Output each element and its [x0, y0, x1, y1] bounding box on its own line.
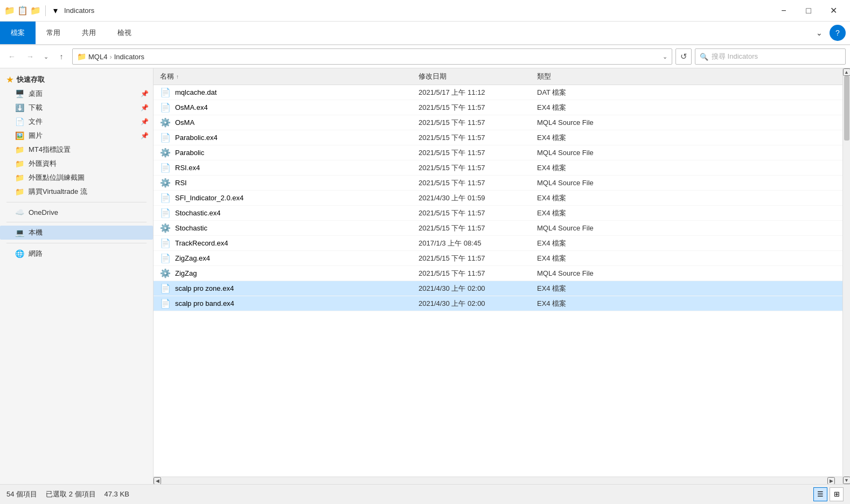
sidebar-item-documents[interactable]: 📄 文件 📌 [0, 115, 153, 129]
maximize-button[interactable]: □ [796, 0, 821, 22]
desktop-pin-icon: 📌 [141, 90, 149, 97]
dropdown-icon[interactable]: ▾ [50, 5, 61, 16]
file-icon-mql: ⚙️ [160, 268, 171, 278]
table-row[interactable]: 📄 OsMA.ex4 2021/5/15 下午 11:57 EX4 檔案 [154, 100, 842, 115]
sidebar-item-mt4[interactable]: 📁 MT4指標設置 [0, 143, 153, 157]
file-date-cell: 2021/5/15 下午 11:57 [419, 254, 537, 263]
sidebar-item-desktop[interactable]: 🖥️ 桌面 📌 [0, 87, 153, 101]
main-area: ★ 快速存取 🖥️ 桌面 📌 ⬇️ 下載 📌 📄 文件 📌 🖼️ 圖片 [0, 68, 850, 484]
sidebar-item-forex-data[interactable]: 📁 外匯資料 [0, 157, 153, 171]
status-right: ☰ ⊞ [813, 487, 844, 501]
documents-pin-icon: 📌 [141, 118, 149, 125]
sidebar-item-forex-screenshots[interactable]: 📁 外匯點位訓練截圖 [0, 171, 153, 185]
address-bar[interactable]: 📁 MQL4 › Indicators ⌄ [72, 48, 672, 65]
table-row[interactable]: 📄 scalp pro zone.ex4 2021/4/30 上午 02:00 … [154, 281, 842, 296]
table-row[interactable]: 📄 Stochastic.ex4 2021/5/15 下午 11:57 EX4 … [154, 206, 842, 221]
file-type-cell: DAT 檔案 [537, 88, 836, 97]
search-bar[interactable]: 🔍 搜尋 Indicators [695, 48, 846, 65]
file-type-cell: EX4 檔案 [537, 208, 836, 218]
tab-view[interactable]: 檢視 [107, 22, 142, 44]
sidebar-section-onedrive: ☁️ OneDrive [0, 206, 153, 219]
file-area: 名稱 ↑ 修改日期 類型 📄 mqlcache.dat 2021/5/1 [154, 68, 842, 484]
sidebar-item-onedrive[interactable]: ☁️ OneDrive [0, 206, 153, 219]
ribbon-chevron[interactable]: ⌄ [811, 25, 827, 41]
sidebar-divider-1 [6, 202, 147, 202]
file-name-cell: 📄 ZigZag.ex4 [160, 253, 419, 263]
scroll-left-button[interactable]: ◀ [154, 477, 161, 484]
col-header-name[interactable]: 名稱 ↑ [160, 72, 419, 81]
network-label: 網路 [29, 249, 149, 258]
sidebar-item-thispc[interactable]: 💻 本機 [0, 226, 153, 240]
close-button[interactable]: ✕ [821, 0, 846, 22]
scroll-down-button[interactable]: ▼ [843, 477, 851, 484]
file-icon-mql: ⚙️ [160, 178, 171, 188]
path-mql4[interactable]: MQL4 [88, 53, 107, 61]
table-row[interactable]: 📄 ZigZag.ex4 2021/5/15 下午 11:57 EX4 檔案 [154, 251, 842, 266]
scroll-right-button[interactable]: ▶ [827, 477, 835, 484]
up-button[interactable]: ↑ [54, 49, 69, 64]
table-row[interactable]: 📄 TrackRecord.ex4 2017/1/3 上午 08:45 EX4 … [154, 236, 842, 251]
folder-icon-2: 📋 [17, 5, 28, 16]
documents-label: 文件 [29, 117, 141, 127]
forex-screenshots-label: 外匯點位訓練截圖 [29, 173, 149, 183]
table-row[interactable]: 📄 Parabolic.ex4 2021/5/15 下午 11:57 EX4 檔… [154, 130, 842, 145]
col-header-type[interactable]: 類型 [537, 72, 836, 81]
col-header-date[interactable]: 修改日期 [419, 72, 537, 81]
file-name: Stochastic.ex4 [175, 209, 221, 217]
scroll-thumb[interactable] [844, 76, 849, 141]
folder-icon-3: 📁 [30, 5, 41, 16]
ribbon-help[interactable]: ? [830, 25, 846, 41]
table-row[interactable]: ⚙️ OsMA 2021/5/15 下午 11:57 MQL4 Source F… [154, 115, 842, 130]
file-type-cell: MQL4 Source File [537, 269, 836, 277]
table-row[interactable]: 📄 mqlcache.dat 2021/5/17 上午 11:12 DAT 檔案 [154, 85, 842, 100]
view-large-icons-button[interactable]: ⊞ [830, 487, 844, 501]
tab-share[interactable]: 共用 [71, 22, 107, 44]
col-sort-icon: ↑ [176, 74, 179, 80]
sidebar-item-network[interactable]: 🌐 網路 [0, 247, 153, 261]
sidebar-item-pictures[interactable]: 🖼️ 圖片 📌 [0, 129, 153, 143]
buy-vt-icon: 📁 [15, 187, 24, 196]
table-row[interactable]: ⚙️ Stochastic 2021/5/15 下午 11:57 MQL4 So… [154, 221, 842, 236]
scroll-track[interactable] [843, 76, 850, 477]
file-list-header: 名稱 ↑ 修改日期 類型 [154, 68, 842, 85]
table-row[interactable]: 📄 scalp pro band.ex4 2021/4/30 上午 02:00 … [154, 296, 842, 311]
sidebar-header-quick-access[interactable]: ★ 快速存取 [0, 73, 153, 87]
sidebar-item-buy-vt[interactable]: 📁 購買Virtualtrade 流 [0, 185, 153, 199]
table-row[interactable]: ⚙️ RSI 2021/5/15 下午 11:57 MQL4 Source Fi… [154, 176, 842, 191]
table-row[interactable]: 📄 RSI.ex4 2021/5/15 下午 11:57 EX4 檔案 [154, 160, 842, 176]
tab-file[interactable]: 檔案 [0, 22, 36, 44]
view-details-button[interactable]: ☰ [813, 487, 827, 501]
onedrive-icon: ☁️ [15, 208, 24, 216]
address-dropdown-icon[interactable]: ⌄ [663, 53, 667, 60]
sidebar-section-quick-access: ★ 快速存取 🖥️ 桌面 📌 ⬇️ 下載 📌 📄 文件 📌 🖼️ 圖片 [0, 73, 153, 199]
horizontal-scrollbar[interactable]: ◀ ▶ [154, 477, 842, 484]
search-icon: 🔍 [700, 53, 708, 61]
nav-dropdown-button[interactable]: ⌄ [41, 49, 51, 64]
back-button[interactable]: ← [4, 49, 19, 64]
ribbon-right: ⌄ ? [811, 22, 850, 44]
scroll-track[interactable] [161, 477, 827, 484]
folder-icon-1: 📁 [4, 5, 15, 16]
file-date-cell: 2021/5/17 上午 11:12 [419, 88, 537, 97]
forward-button[interactable]: → [23, 49, 38, 64]
minimize-button[interactable]: − [771, 0, 796, 22]
ribbon: 檔案 常用 共用 檢視 ⌄ ? [0, 22, 850, 45]
path-indicators[interactable]: Indicators [114, 53, 144, 61]
file-name-cell: 📄 Parabolic.ex4 [160, 132, 419, 143]
sidebar-item-downloads[interactable]: ⬇️ 下載 📌 [0, 101, 153, 115]
vertical-scrollbar[interactable]: ▲ ▼ [842, 68, 850, 484]
title-bar: 📁 📋 📁 ▾ Indicators − □ ✕ [0, 0, 850, 22]
file-icon-doc: 📄 [160, 87, 171, 97]
refresh-button[interactable]: ↺ [675, 48, 692, 65]
sidebar: ★ 快速存取 🖥️ 桌面 📌 ⬇️ 下載 📌 📄 文件 📌 🖼️ 圖片 [0, 68, 154, 484]
desktop-label: 桌面 [29, 89, 141, 99]
pictures-label: 圖片 [29, 131, 141, 141]
scroll-up-button[interactable]: ▲ [843, 68, 851, 76]
quick-access-star-icon: ★ [6, 75, 13, 84]
tab-home[interactable]: 常用 [36, 22, 71, 44]
file-type-cell: EX4 檔案 [537, 299, 836, 309]
table-row[interactable]: 📄 SFI_Indicator_2.0.ex4 2021/4/30 上午 01:… [154, 191, 842, 206]
table-row[interactable]: ⚙️ Parabolic 2021/5/15 下午 11:57 MQL4 Sou… [154, 145, 842, 160]
table-row[interactable]: ⚙️ ZigZag 2021/5/15 下午 11:57 MQL4 Source… [154, 266, 842, 281]
file-type-cell: MQL4 Source File [537, 118, 836, 127]
